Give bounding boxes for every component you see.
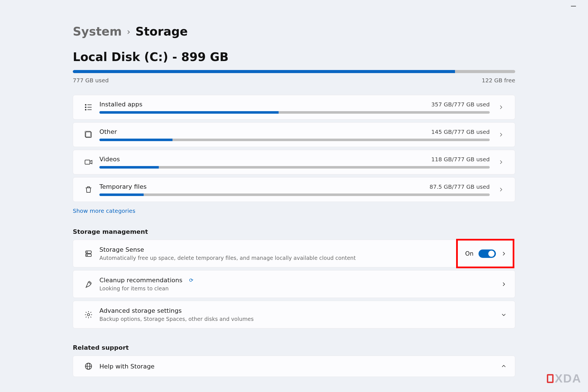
category-bar bbox=[99, 166, 490, 169]
mgmt-subtitle: Looking for items to clean bbox=[99, 285, 501, 291]
category-title: Installed apps bbox=[99, 101, 143, 108]
storage-category-temporary-files[interactable]: Temporary files87.5 GB/777 GB used bbox=[73, 177, 515, 202]
trash-icon bbox=[81, 185, 95, 194]
chevron-right-icon bbox=[495, 132, 507, 137]
category-title: Temporary files bbox=[99, 183, 147, 190]
chevron-right-icon bbox=[495, 159, 507, 165]
storage-category-videos[interactable]: Videos118 GB/777 GB used bbox=[73, 150, 515, 174]
drive-icon bbox=[81, 249, 95, 258]
category-title: Other bbox=[99, 128, 117, 135]
mgmt-cleanup-recommendations[interactable]: Cleanup recommendations⟳Looking for item… bbox=[73, 270, 515, 298]
minimize-button[interactable] bbox=[570, 3, 577, 10]
mgmt-subtitle: Backup options, Storage Spaces, other di… bbox=[99, 316, 501, 322]
breadcrumb: System › Storage bbox=[73, 25, 515, 38]
svg-point-14 bbox=[87, 314, 90, 316]
category-usage: 357 GB/777 GB used bbox=[431, 101, 490, 108]
chevron-right-icon bbox=[495, 187, 507, 192]
mgmt-title: Storage Sense bbox=[99, 246, 144, 253]
storage-category-installed-apps[interactable]: Installed apps357 GB/777 GB used bbox=[73, 95, 515, 120]
category-bar bbox=[99, 139, 490, 141]
related-help-with-storage[interactable]: Help with Storage bbox=[73, 356, 515, 377]
category-bar bbox=[99, 111, 490, 114]
breadcrumb-current: Storage bbox=[136, 25, 188, 38]
svg-point-2 bbox=[85, 107, 86, 108]
category-usage: 87.5 GB/777 GB used bbox=[430, 183, 490, 190]
mgmt-advanced-storage-settings[interactable]: Advanced storage settingsBackup options,… bbox=[73, 301, 515, 328]
gear-icon bbox=[81, 311, 95, 319]
related-support-header: Related support bbox=[73, 344, 515, 351]
toggle-state-label: On bbox=[465, 250, 473, 257]
category-title: Videos bbox=[99, 156, 120, 163]
loading-spinner-icon: ⟳ bbox=[189, 277, 193, 283]
category-usage: 145 GB/777 GB used bbox=[431, 129, 490, 135]
chevron-right-icon: › bbox=[127, 26, 130, 37]
storage-sense-toggle[interactable] bbox=[479, 249, 496, 258]
broom-icon bbox=[81, 280, 95, 288]
mgmt-subtitle: Automatically free up space, delete temp… bbox=[99, 255, 465, 261]
chevron-right-icon bbox=[501, 251, 507, 256]
disk-used-label: 777 GB used bbox=[73, 77, 109, 84]
category-bar bbox=[99, 193, 490, 196]
chevron-right-icon bbox=[501, 281, 507, 287]
related-title: Help with Storage bbox=[99, 363, 155, 370]
svg-point-12 bbox=[87, 252, 88, 253]
video-icon bbox=[81, 158, 95, 166]
storage-category-other[interactable]: Other145 GB/777 GB used bbox=[73, 122, 515, 147]
globe-icon bbox=[81, 362, 95, 370]
svg-point-1 bbox=[85, 104, 86, 105]
breadcrumb-parent[interactable]: System bbox=[73, 25, 122, 38]
chevron-right-icon bbox=[495, 104, 507, 110]
svg-rect-9 bbox=[85, 160, 90, 164]
disk-usage-bar: 777 GB used 122 GB free bbox=[73, 70, 515, 84]
disk-free-label: 122 GB free bbox=[482, 77, 515, 84]
apps-list-icon bbox=[81, 103, 95, 111]
mgmt-title: Advanced storage settings bbox=[99, 307, 182, 314]
svg-point-3 bbox=[85, 109, 86, 110]
mgmt-title: Cleanup recommendations bbox=[99, 277, 182, 284]
chevron-down-icon bbox=[501, 312, 507, 318]
svg-point-13 bbox=[87, 255, 88, 256]
show-more-categories-link[interactable]: Show more categories bbox=[73, 207, 135, 214]
mgmt-storage-sense[interactable]: Storage SenseAutomatically free up space… bbox=[73, 240, 515, 267]
storage-management-header: Storage management bbox=[73, 228, 515, 235]
chevron-up-icon bbox=[501, 363, 507, 369]
xda-watermark: XDA bbox=[547, 372, 581, 385]
disk-title: Local Disk (C:) - 899 GB bbox=[73, 50, 515, 64]
category-usage: 118 GB/777 GB used bbox=[431, 156, 490, 163]
box-icon bbox=[81, 130, 95, 139]
